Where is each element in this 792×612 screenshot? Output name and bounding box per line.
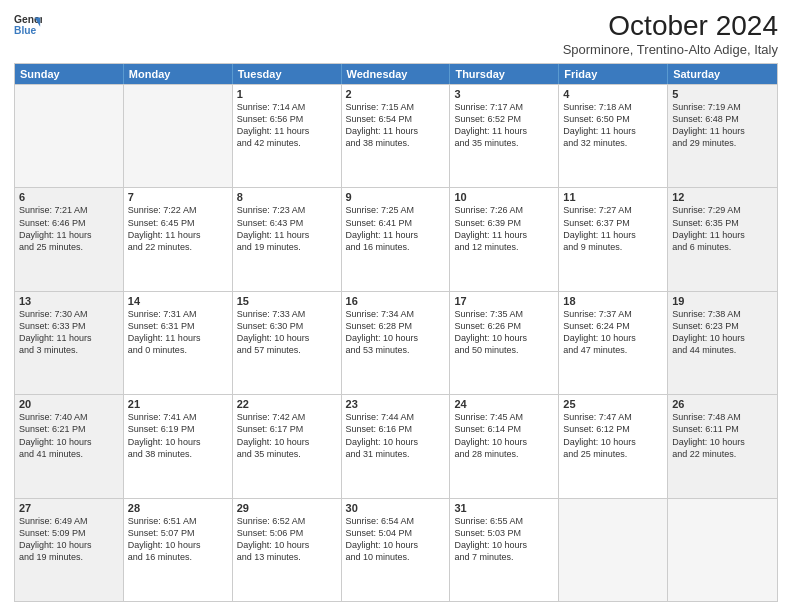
cell-info-line: and 25 minutes.: [563, 448, 663, 460]
cell-info-line: Sunset: 6:37 PM: [563, 217, 663, 229]
cell-info-line: Sunrise: 7:37 AM: [563, 308, 663, 320]
cell-info-line: Sunrise: 7:30 AM: [19, 308, 119, 320]
cell-info-line: Daylight: 11 hours: [563, 125, 663, 137]
cell-info-line: Sunset: 6:24 PM: [563, 320, 663, 332]
cell-info-line: Sunset: 6:39 PM: [454, 217, 554, 229]
cell-info-line: Sunrise: 7:34 AM: [346, 308, 446, 320]
cell-info-line: Sunrise: 7:19 AM: [672, 101, 773, 113]
cell-info-line: Sunrise: 6:52 AM: [237, 515, 337, 527]
day-number: 1: [237, 88, 337, 100]
cell-info-line: Sunset: 5:04 PM: [346, 527, 446, 539]
calendar-week-4: 20Sunrise: 7:40 AMSunset: 6:21 PMDayligh…: [15, 394, 777, 497]
cell-info-line: and 12 minutes.: [454, 241, 554, 253]
cell-info-line: Daylight: 11 hours: [128, 229, 228, 241]
cell-info-line: Daylight: 11 hours: [346, 125, 446, 137]
day-number: 3: [454, 88, 554, 100]
cell-info-line: and 3 minutes.: [19, 344, 119, 356]
cell-info-line: Daylight: 11 hours: [672, 229, 773, 241]
cell-info-line: Daylight: 10 hours: [454, 332, 554, 344]
day-number: 20: [19, 398, 119, 410]
cell-info-line: Daylight: 11 hours: [19, 332, 119, 344]
cell-info-line: and 7 minutes.: [454, 551, 554, 563]
cell-info-line: Sunset: 6:33 PM: [19, 320, 119, 332]
cell-info-line: Sunrise: 7:47 AM: [563, 411, 663, 423]
calendar-day-31: 31Sunrise: 6:55 AMSunset: 5:03 PMDayligh…: [450, 499, 559, 601]
cell-info-line: Daylight: 10 hours: [237, 539, 337, 551]
calendar-empty: [15, 85, 124, 187]
cell-info-line: Sunset: 6:50 PM: [563, 113, 663, 125]
calendar-empty: [668, 499, 777, 601]
day-number: 15: [237, 295, 337, 307]
cell-info-line: Daylight: 10 hours: [346, 436, 446, 448]
day-number: 10: [454, 191, 554, 203]
calendar-day-19: 19Sunrise: 7:38 AMSunset: 6:23 PMDayligh…: [668, 292, 777, 394]
day-number: 8: [237, 191, 337, 203]
calendar-week-3: 13Sunrise: 7:30 AMSunset: 6:33 PMDayligh…: [15, 291, 777, 394]
cell-info-line: Daylight: 10 hours: [237, 436, 337, 448]
cell-info-line: Daylight: 10 hours: [19, 539, 119, 551]
cell-info-line: Daylight: 10 hours: [128, 539, 228, 551]
cell-info-line: Sunrise: 7:17 AM: [454, 101, 554, 113]
calendar-day-21: 21Sunrise: 7:41 AMSunset: 6:19 PMDayligh…: [124, 395, 233, 497]
day-number: 2: [346, 88, 446, 100]
calendar-week-1: 1Sunrise: 7:14 AMSunset: 6:56 PMDaylight…: [15, 84, 777, 187]
calendar-day-1: 1Sunrise: 7:14 AMSunset: 6:56 PMDaylight…: [233, 85, 342, 187]
cell-info-line: Sunrise: 6:51 AM: [128, 515, 228, 527]
cell-info-line: Sunrise: 7:33 AM: [237, 308, 337, 320]
cell-info-line: and 44 minutes.: [672, 344, 773, 356]
cell-info-line: Sunset: 6:45 PM: [128, 217, 228, 229]
svg-text:Blue: Blue: [14, 25, 37, 36]
cell-info-line: and 6 minutes.: [672, 241, 773, 253]
day-number: 12: [672, 191, 773, 203]
day-number: 22: [237, 398, 337, 410]
day-number: 7: [128, 191, 228, 203]
cell-info-line: Daylight: 11 hours: [237, 125, 337, 137]
cell-info-line: Sunrise: 6:54 AM: [346, 515, 446, 527]
calendar-empty: [124, 85, 233, 187]
cell-info-line: Sunrise: 7:21 AM: [19, 204, 119, 216]
cell-info-line: Sunset: 6:28 PM: [346, 320, 446, 332]
day-number: 31: [454, 502, 554, 514]
cell-info-line: Daylight: 10 hours: [237, 332, 337, 344]
day-number: 26: [672, 398, 773, 410]
calendar-day-6: 6Sunrise: 7:21 AMSunset: 6:46 PMDaylight…: [15, 188, 124, 290]
cell-info-line: Sunset: 5:03 PM: [454, 527, 554, 539]
cell-info-line: Daylight: 10 hours: [672, 436, 773, 448]
cell-info-line: Sunrise: 6:55 AM: [454, 515, 554, 527]
calendar-day-26: 26Sunrise: 7:48 AMSunset: 6:11 PMDayligh…: [668, 395, 777, 497]
calendar-day-23: 23Sunrise: 7:44 AMSunset: 6:16 PMDayligh…: [342, 395, 451, 497]
cell-info-line: Daylight: 10 hours: [563, 436, 663, 448]
day-number: 4: [563, 88, 663, 100]
calendar-day-14: 14Sunrise: 7:31 AMSunset: 6:31 PMDayligh…: [124, 292, 233, 394]
cell-info-line: and 35 minutes.: [454, 137, 554, 149]
cell-info-line: Sunrise: 7:25 AM: [346, 204, 446, 216]
day-number: 21: [128, 398, 228, 410]
cell-info-line: Daylight: 11 hours: [672, 125, 773, 137]
calendar-day-12: 12Sunrise: 7:29 AMSunset: 6:35 PMDayligh…: [668, 188, 777, 290]
cell-info-line: Sunrise: 7:38 AM: [672, 308, 773, 320]
cell-info-line: and 47 minutes.: [563, 344, 663, 356]
cell-info-line: Sunset: 6:43 PM: [237, 217, 337, 229]
calendar-day-8: 8Sunrise: 7:23 AMSunset: 6:43 PMDaylight…: [233, 188, 342, 290]
calendar-day-3: 3Sunrise: 7:17 AMSunset: 6:52 PMDaylight…: [450, 85, 559, 187]
cell-info-line: Sunset: 6:17 PM: [237, 423, 337, 435]
calendar-day-17: 17Sunrise: 7:35 AMSunset: 6:26 PMDayligh…: [450, 292, 559, 394]
cell-info-line: Sunrise: 7:14 AM: [237, 101, 337, 113]
day-number: 30: [346, 502, 446, 514]
header: General Blue October 2024 Sporminore, Tr…: [14, 10, 778, 57]
cell-info-line: Sunset: 6:12 PM: [563, 423, 663, 435]
logo-icon: General Blue: [14, 10, 42, 38]
cell-info-line: and 10 minutes.: [346, 551, 446, 563]
cell-info-line: and 50 minutes.: [454, 344, 554, 356]
cell-info-line: Sunset: 6:11 PM: [672, 423, 773, 435]
cell-info-line: Sunrise: 7:31 AM: [128, 308, 228, 320]
calendar-day-16: 16Sunrise: 7:34 AMSunset: 6:28 PMDayligh…: [342, 292, 451, 394]
cell-info-line: and 41 minutes.: [19, 448, 119, 460]
cell-info-line: and 35 minutes.: [237, 448, 337, 460]
calendar-day-9: 9Sunrise: 7:25 AMSunset: 6:41 PMDaylight…: [342, 188, 451, 290]
day-number: 23: [346, 398, 446, 410]
cell-info-line: Sunrise: 7:40 AM: [19, 411, 119, 423]
cell-info-line: and 13 minutes.: [237, 551, 337, 563]
calendar: SundayMondayTuesdayWednesdayThursdayFrid…: [14, 63, 778, 602]
cell-info-line: Sunset: 6:14 PM: [454, 423, 554, 435]
